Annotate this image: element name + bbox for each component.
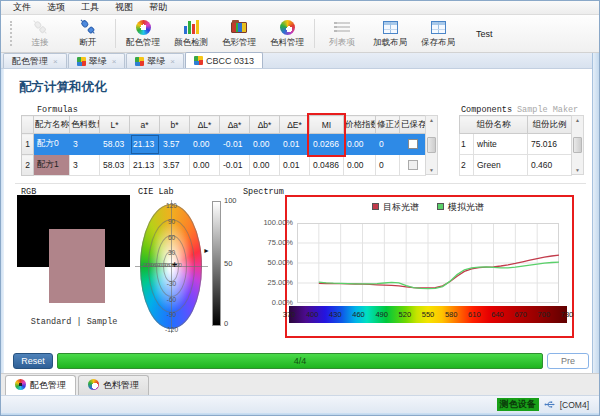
scroll-down-icon[interactable]: ▼ (429, 167, 434, 173)
saved-cell[interactable] (400, 134, 426, 155)
formula-value-cell[interactable]: 21.13 (130, 155, 160, 176)
toolbar-button-颜色检测[interactable]: 颜色检测 (167, 15, 215, 52)
formula-value-cell[interactable]: 0 (376, 134, 400, 155)
formula-value-cell[interactable]: 0 (376, 155, 400, 176)
formula-value-cell[interactable]: 3 (70, 134, 100, 155)
column-header-色料数量[interactable]: 色料数量 (70, 116, 100, 134)
tab-close-icon[interactable]: × (53, 57, 58, 66)
column-header-已保存[interactable]: 已保存 (400, 116, 426, 134)
component-ratio-cell[interactable]: 75.016 (528, 134, 572, 155)
color-squares-icon (77, 57, 86, 66)
column-header-L*[interactable]: L* (100, 116, 130, 134)
saved-checkbox[interactable] (408, 160, 418, 170)
menu-item-文件[interactable]: 文件 (5, 1, 39, 14)
document-tab-翠绿[interactable]: 翠绿× (126, 53, 184, 68)
formula-value-cell[interactable]: 0.0266 (310, 134, 344, 155)
component-row[interactable]: 2Green0.460 (460, 155, 572, 176)
lightness-bar[interactable] (212, 201, 221, 326)
scroll-up-icon[interactable]: ▲ (575, 117, 580, 123)
column-header-组份比例[interactable]: 组份比例 (528, 116, 572, 134)
column-header-修正次数[interactable]: 修正次数 (376, 116, 400, 134)
column-header-价格指数[interactable]: 价格指数 (344, 116, 376, 134)
formula-value-cell[interactable]: 0.01 (280, 134, 310, 155)
y-axis-label: 50.00% (252, 258, 293, 267)
scroll-up-icon[interactable]: ▲ (429, 117, 434, 123)
wavelength-colorbar: 370400430460490520550580610640670700730 (289, 306, 567, 323)
scroll-down-icon[interactable]: ▼ (575, 167, 580, 173)
components-table[interactable]: 组份名称组份比例1white75.0162Green0.460 (459, 115, 572, 176)
formula-value-cell[interactable]: 3 (70, 155, 100, 176)
column-header-组份名称[interactable]: 组份名称 (460, 116, 528, 134)
menu-item-视图[interactable]: 视图 (107, 1, 141, 14)
app-window: 文件选项工具视图帮助 连接断开配色管理颜色检测色彩管理色料管理列表项加载布局保存… (0, 0, 600, 416)
bottom-tab-配色管理[interactable]: 配色管理 (5, 375, 76, 395)
window-frame-right[interactable] (592, 53, 600, 416)
column-header-Δa*[interactable]: Δa* (220, 116, 250, 134)
menu-item-帮助[interactable]: 帮助 (141, 1, 175, 14)
formula-value-cell[interactable]: 0.00 (250, 155, 280, 176)
formula-value-cell[interactable]: 3.57 (160, 155, 190, 176)
bottom-tab-色料管理[interactable]: 色料管理 (78, 375, 149, 395)
formula-value-cell[interactable]: -0.01 (220, 155, 250, 176)
toolbar-button-色料管理[interactable]: 色料管理 (263, 15, 311, 52)
component-name-cell[interactable]: Green (474, 155, 528, 176)
formula-row[interactable]: 2配方1358.0321.133.570.00-0.010.000.010.04… (22, 155, 426, 176)
formula-name-cell[interactable]: 配方0 (34, 134, 70, 155)
column-header-配方名称[interactable]: 配方名称 (34, 116, 70, 134)
column-header-ΔE*[interactable]: ΔE* (280, 116, 310, 134)
column-header-MI[interactable]: MI (310, 116, 344, 134)
formula-value-cell[interactable]: 0.00 (190, 134, 220, 155)
formula-value-cell[interactable]: 21.13 (130, 134, 160, 155)
tab-close-icon[interactable]: × (170, 57, 175, 66)
formula-value-cell[interactable]: 0.00 (344, 134, 376, 155)
toolbar-button-色彩管理[interactable]: 色彩管理 (215, 15, 263, 52)
column-header-Δb*[interactable]: Δb* (250, 116, 280, 134)
formula-value-cell[interactable]: 3.57 (160, 134, 190, 155)
formulas-table[interactable]: 配方名称色料数量L*a*b*ΔL*Δa*Δb*ΔE*MI价格指数修正次数已保存1… (21, 115, 426, 176)
components-scrollbar[interactable]: ▲ ▼ (571, 115, 584, 175)
formulas-scrollbar[interactable]: ▲ ▼ (425, 115, 438, 175)
document-tab-配色管理[interactable]: 配色管理× (3, 53, 67, 68)
tab-close-icon[interactable]: × (112, 57, 117, 66)
column-header-ΔL*[interactable]: ΔL* (190, 116, 220, 134)
formula-value-cell[interactable]: 0.00 (250, 134, 280, 155)
component-row[interactable]: 1white75.016 (460, 134, 572, 155)
scrollbar-thumb[interactable] (427, 137, 436, 153)
formula-row[interactable]: 1配方0358.0321.133.570.00-0.010.000.010.02… (22, 134, 426, 155)
menu-item-工具[interactable]: 工具 (73, 1, 107, 14)
column-header-a*[interactable]: a* (130, 116, 160, 134)
formula-value-cell[interactable]: 0.00 (190, 155, 220, 176)
document-tab-翠绿[interactable]: 翠绿× (68, 53, 126, 68)
toolbar-button-加载布局[interactable]: 加载布局 (366, 15, 414, 52)
lightness-bar-label: 0 (224, 319, 246, 328)
y-axis-label: 0.00% (252, 298, 293, 307)
component-ratio-cell[interactable]: 0.460 (528, 155, 572, 176)
formula-value-cell[interactable]: 0.0486 (310, 155, 344, 176)
formula-value-cell[interactable]: 0.01 (280, 155, 310, 176)
saved-cell[interactable] (400, 155, 426, 176)
row-number: 1 (22, 134, 34, 155)
formula-value-cell[interactable]: 58.03 (100, 155, 130, 176)
sample-maker-tab[interactable]: Sample Maker (517, 105, 578, 115)
formula-value-cell[interactable]: -0.01 (220, 134, 250, 155)
row-number: 1 (460, 134, 474, 155)
reset-button[interactable]: Reset (13, 353, 53, 369)
toolbar-button-断开[interactable]: 断开 (64, 15, 112, 52)
x-axis-tick-label: 550 (418, 310, 438, 319)
page-title: 配方计算和优化 (19, 79, 107, 96)
document-tab-CBCC 0313[interactable]: CBCC 0313 (185, 52, 263, 68)
components-tab[interactable]: Components (461, 105, 512, 115)
component-name-cell[interactable]: white (474, 134, 528, 155)
formula-name-cell[interactable]: 配方1 (34, 155, 70, 176)
formula-value-cell[interactable]: 0.00 (344, 155, 376, 176)
load-layout-icon (383, 18, 398, 36)
toolbar-button-保存布局[interactable]: 保存布局 (414, 15, 462, 52)
menu-item-选项[interactable]: 选项 (39, 1, 73, 14)
scrollbar-thumb[interactable] (573, 137, 582, 153)
color-detect-icon (184, 18, 199, 36)
column-header-b*[interactable]: b* (160, 116, 190, 134)
formula-value-cell[interactable]: 58.03 (100, 134, 130, 155)
toolbar-button-配色管理[interactable]: 配色管理 (119, 15, 167, 52)
saved-checkbox[interactable] (408, 139, 418, 149)
pre-button[interactable]: Pre (547, 353, 589, 369)
